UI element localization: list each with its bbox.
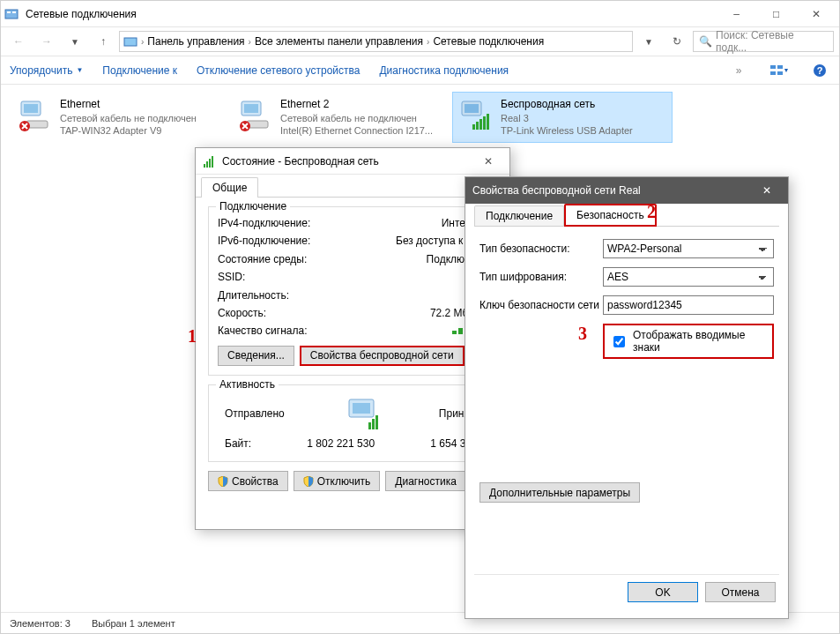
encryption-select[interactable]: AES bbox=[603, 267, 774, 287]
wifi-signal-icon bbox=[203, 154, 217, 168]
cmd-disable[interactable]: Отключение сетевого устройства bbox=[197, 64, 360, 77]
shield-icon bbox=[303, 476, 314, 487]
svg-rect-26 bbox=[206, 161, 208, 168]
breadcrumb-item[interactable]: Все элементы панели управления› bbox=[255, 35, 429, 48]
properties-button-bar: OK Отмена bbox=[474, 574, 779, 609]
ipv4-label: IPv4-подключение: bbox=[218, 214, 310, 232]
breadcrumb-item[interactable]: Панель управления› bbox=[147, 35, 251, 48]
command-bar: Упорядочить▼ Подключение к Отключение се… bbox=[1, 56, 839, 85]
svg-rect-21 bbox=[476, 122, 479, 130]
svg-rect-2 bbox=[12, 11, 16, 13]
status-dialog-close[interactable]: ✕ bbox=[471, 150, 506, 173]
adapter-name: Ethernet bbox=[60, 98, 197, 112]
svg-rect-11 bbox=[24, 104, 38, 113]
properties-button[interactable]: Свойства bbox=[208, 471, 288, 491]
group-activity-label: Активность bbox=[216, 378, 279, 391]
show-characters-label: Отображать вводимые знаки bbox=[633, 329, 767, 354]
adapter-item[interactable]: Ethernet Сетевой кабель не подключен TAP… bbox=[11, 92, 232, 143]
svg-rect-38 bbox=[375, 415, 378, 429]
ok-button[interactable]: OK bbox=[628, 582, 698, 602]
svg-rect-36 bbox=[368, 422, 371, 429]
cmd-connect[interactable]: Подключение к bbox=[102, 64, 177, 77]
svg-rect-27 bbox=[209, 159, 211, 168]
media-label: Состояние среды: bbox=[218, 250, 307, 268]
tab-general[interactable]: Общие bbox=[201, 177, 258, 198]
breadcrumb[interactable]: › Панель управления› Все элементы панели… bbox=[119, 31, 633, 52]
activity-icon bbox=[333, 396, 390, 431]
refresh-button[interactable]: ↻ bbox=[665, 31, 689, 52]
security-type-select[interactable]: WPA2-Personal bbox=[603, 239, 774, 258]
status-dialog-titlebar: Состояние - Беспроводная сеть ✕ bbox=[196, 148, 509, 175]
show-characters-checkbox[interactable] bbox=[613, 336, 625, 347]
adapter-wifi-icon bbox=[458, 98, 494, 133]
disable-button[interactable]: Отключить bbox=[294, 471, 381, 491]
nav-forward-button[interactable]: → bbox=[34, 31, 59, 52]
adapter-disconnected-icon bbox=[18, 98, 53, 133]
search-icon: 🔍 bbox=[699, 35, 712, 48]
svg-rect-4 bbox=[770, 65, 776, 69]
svg-rect-0 bbox=[5, 10, 18, 19]
svg-rect-28 bbox=[212, 156, 213, 168]
svg-rect-3 bbox=[124, 38, 137, 46]
properties-dialog: Свойства беспроводной сети Real ✕ Подклю… bbox=[465, 176, 789, 619]
adapter-status: Real 3 bbox=[501, 112, 633, 124]
window-controls: – □ ✕ bbox=[717, 2, 836, 26]
maximize-button[interactable]: □ bbox=[756, 2, 796, 26]
history-button[interactable]: ▼ bbox=[636, 31, 661, 52]
bytes-sent: 1 802 221 530 bbox=[307, 435, 375, 452]
nav-up-button[interactable]: ↑ bbox=[91, 31, 115, 52]
group-activity: Активность Отправлено Принято Байт: 1 80… bbox=[208, 384, 497, 462]
security-key-label: Ключ безопасности сети bbox=[479, 299, 603, 311]
minimize-button[interactable]: – bbox=[717, 2, 756, 26]
app-icon bbox=[4, 7, 19, 21]
adapter-device: TAP-WIN32 Adapter V9 bbox=[60, 124, 197, 137]
view-icon[interactable]: ▼ bbox=[769, 60, 790, 81]
svg-rect-35 bbox=[353, 403, 370, 414]
search-input[interactable]: 🔍 Поиск: Сетевые подк... bbox=[693, 31, 834, 52]
help-icon[interactable]: ? bbox=[809, 60, 830, 81]
status-dialog-title: Состояние - Беспроводная сеть bbox=[222, 155, 471, 168]
wireless-properties-button[interactable]: Свойства беспроводной сети bbox=[300, 346, 465, 366]
security-key-input[interactable] bbox=[603, 295, 774, 315]
properties-dialog-close[interactable]: ✕ bbox=[749, 179, 784, 202]
tab-security[interactable]: Безопасность bbox=[564, 204, 657, 227]
properties-dialog-titlebar: Свойства беспроводной сети Real ✕ bbox=[465, 177, 788, 204]
speed-label: Скорость: bbox=[218, 304, 266, 322]
svg-rect-24 bbox=[487, 114, 489, 130]
cmd-organize[interactable]: Упорядочить▼ bbox=[10, 64, 83, 77]
status-tabs: Общие bbox=[196, 175, 509, 198]
cancel-button[interactable]: Отмена bbox=[705, 582, 776, 602]
quality-label: Качество сигнала: bbox=[218, 322, 307, 339]
ipv6-label: IPv6-подключение: bbox=[218, 232, 310, 250]
annotation-1: 1 bbox=[188, 326, 197, 347]
details-button[interactable]: Сведения... bbox=[218, 346, 294, 366]
svg-rect-25 bbox=[204, 164, 205, 168]
svg-rect-29 bbox=[452, 331, 457, 334]
close-button[interactable]: ✕ bbox=[796, 2, 836, 26]
svg-rect-19 bbox=[465, 104, 479, 113]
nav-back-button[interactable]: ← bbox=[6, 31, 31, 52]
status-elements: Элементов: 3 bbox=[10, 618, 71, 629]
adapter-list: Ethernet Сетевой кабель не подключен TAP… bbox=[11, 92, 829, 143]
status-selected: Выбран 1 элемент bbox=[92, 618, 175, 629]
svg-text:?: ? bbox=[817, 65, 823, 76]
diagnose-button[interactable]: Диагностика bbox=[385, 471, 466, 491]
svg-rect-6 bbox=[770, 71, 776, 75]
advanced-settings-button[interactable]: Дополнительные параметры bbox=[479, 482, 640, 503]
breadcrumb-item[interactable]: Сетевые подключения bbox=[433, 35, 544, 48]
nav-recent-button[interactable]: ▼ bbox=[63, 31, 87, 52]
adapter-disconnected-icon bbox=[238, 98, 273, 133]
adapter-item-selected[interactable]: Беспроводная сеть Real 3 TP-Link Wireles… bbox=[452, 92, 673, 143]
tab-connection[interactable]: Подключение bbox=[474, 205, 564, 226]
shield-icon bbox=[218, 476, 228, 487]
properties-dialog-title: Свойства беспроводной сети Real bbox=[472, 184, 749, 197]
chevron-right-icon: › bbox=[141, 37, 144, 47]
annotation-2: 2 bbox=[647, 202, 656, 222]
group-connection: Подключение IPv4-подключение:Интернет IP… bbox=[208, 206, 497, 376]
rename-icon[interactable]: » bbox=[728, 60, 749, 81]
cmd-diagnose[interactable]: Диагностика подключения bbox=[379, 64, 509, 77]
show-characters-row: Отображать вводимые знаки 3 bbox=[603, 324, 774, 359]
svg-rect-30 bbox=[458, 328, 463, 334]
svg-rect-22 bbox=[479, 119, 482, 130]
adapter-item[interactable]: Ethernet 2 Сетевой кабель не подключен I… bbox=[232, 92, 452, 143]
